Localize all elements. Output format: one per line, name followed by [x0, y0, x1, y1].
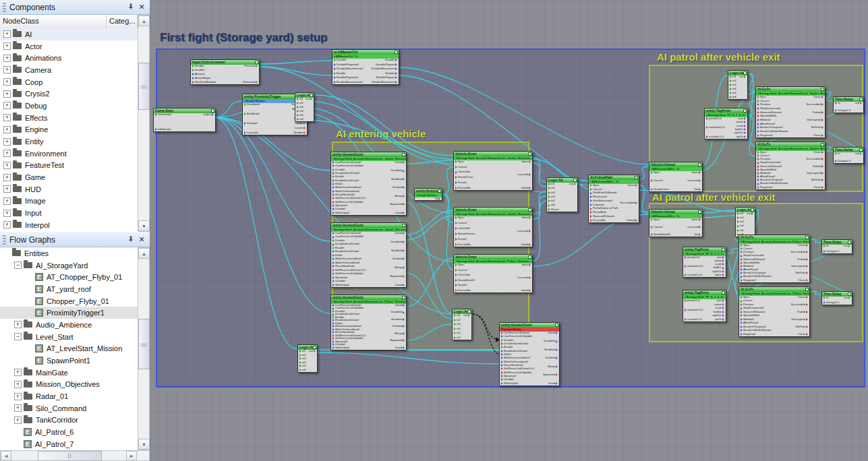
expand-plus-icon[interactable]: +: [3, 30, 11, 38]
output-port-arrow[interactable]: [212, 113, 214, 116]
input-port-arrow[interactable]: [757, 130, 759, 133]
output-port-arrow[interactable]: [722, 274, 724, 276]
input-port-arrow[interactable]: [757, 119, 759, 121]
output-port-arrow[interactable]: [722, 270, 724, 273]
expand-plus-icon[interactable]: +: [3, 210, 11, 217]
output-port-arrow[interactable]: [395, 76, 397, 79]
node-collapse-icon[interactable]: [848, 241, 851, 244]
input-port-arrow[interactable]: [651, 179, 653, 182]
node-grunt-hummer-1[interactable]: entity:HumanGrunt<StorageYard_Assault.Hu…: [330, 295, 407, 350]
output-port-arrow[interactable]: [821, 134, 823, 137]
output-port-arrow[interactable]: [635, 219, 637, 222]
input-port-arrow[interactable]: [685, 265, 687, 268]
input-port-arrow[interactable]: [590, 184, 592, 187]
output-port-arrow[interactable]: [806, 303, 808, 306]
input-port-arrow[interactable]: [730, 84, 732, 86]
input-port-arrow[interactable]: [757, 103, 759, 106]
input-port-arrow[interactable]: [741, 303, 743, 306]
node-logic-any-1[interactable]: Logic:Anyin1in2in3in4in5in6out: [295, 92, 314, 122]
input-port-arrow[interactable]: [332, 257, 335, 260]
expand-plus-icon[interactable]: +: [3, 174, 11, 181]
output-port-arrow[interactable]: [438, 197, 440, 200]
input-port-arrow[interactable]: [192, 69, 194, 71]
input-port-arrow[interactable]: [548, 187, 550, 189]
input-port-arrow[interactable]: [823, 301, 826, 304]
input-port-arrow[interactable]: [741, 318, 743, 321]
node-collapse-icon[interactable]: [313, 346, 316, 349]
input-port-arrow[interactable]: [332, 232, 335, 235]
input-port-arrow[interactable]: [297, 118, 299, 121]
input-port-arrow[interactable]: [332, 346, 335, 349]
expand-plus-icon[interactable]: +: [3, 42, 11, 50]
scroll-down-arrow-icon[interactable]: ▼: [138, 439, 150, 450]
output-port-arrow[interactable]: [403, 170, 405, 173]
input-port-arrow[interactable]: [299, 357, 301, 360]
node-title-bar[interactable]: Vehicle:Unload: [649, 210, 702, 214]
node-collapse-icon[interactable]: [722, 291, 725, 295]
tree-item-mission_objectives[interactable]: +Mission_Objectives: [0, 379, 138, 391]
input-port-arrow[interactable]: [455, 274, 457, 276]
node-title-bar[interactable]: entity:TagPoint: [683, 247, 726, 252]
input-port-arrow[interactable]: [455, 187, 457, 189]
output-port-arrow[interactable]: [806, 311, 808, 313]
tree-item-game[interactable]: +Game: [0, 171, 138, 183]
input-port-arrow[interactable]: [757, 115, 759, 117]
output-port-arrow[interactable]: [744, 135, 746, 138]
input-port-arrow[interactable]: [651, 188, 653, 191]
comment-title-0[interactable]: First fight (Storage yard) setup: [160, 31, 327, 44]
output-port-arrow[interactable]: [303, 127, 306, 129]
input-port-arrow[interactable]: [454, 332, 456, 334]
input-port-arrow[interactable]: [590, 219, 592, 222]
output-port-arrow[interactable]: [722, 303, 724, 306]
input-port-arrow[interactable]: [244, 122, 246, 125]
output-port-arrow[interactable]: [806, 279, 808, 282]
input-port-arrow[interactable]: [501, 332, 503, 334]
node-collapse-icon[interactable]: [310, 94, 313, 97]
node-collapse-icon[interactable]: [528, 208, 531, 212]
tree-item-input[interactable]: +Input: [0, 207, 138, 219]
output-port-arrow[interactable]: [403, 203, 405, 206]
input-port-arrow[interactable]: [741, 314, 743, 317]
input-port-arrow[interactable]: [590, 188, 592, 191]
output-port-arrow[interactable]: [821, 119, 823, 121]
output-port-arrow[interactable]: [635, 184, 637, 187]
output-port-arrow[interactable]: [806, 258, 808, 261]
tree-item-level_start[interactable]: −Level_Start: [0, 331, 138, 343]
node-grunt-receiver-1[interactable]: entity:HumanGrunt<StorageYard_Assault.Hu…: [330, 152, 407, 216]
input-port-arrow[interactable]: [332, 208, 335, 210]
output-port-arrow[interactable]: [314, 350, 316, 352]
output-port-arrow[interactable]: [403, 275, 405, 278]
output-port-arrow[interactable]: [821, 179, 823, 181]
node-title-bar[interactable]: entity:EntityId: [415, 189, 442, 193]
input-port-arrow[interactable]: [685, 318, 687, 321]
tree-item-entity[interactable]: +Entity: [0, 135, 138, 148]
output-port-arrow[interactable]: [529, 243, 531, 246]
input-port-arrow[interactable]: [334, 76, 336, 79]
expand-plus-icon[interactable]: +: [14, 417, 22, 424]
node-title-bar[interactable]: AI:GoTo: [739, 287, 809, 292]
input-port-arrow[interactable]: [590, 204, 592, 206]
input-port-arrow[interactable]: [332, 250, 335, 253]
input-port-arrow[interactable]: [835, 109, 837, 112]
tree-item-audio_ambience[interactable]: +Audio_Ambience: [0, 319, 138, 331]
input-port-arrow[interactable]: [548, 208, 550, 211]
tree-item-at_levelstart_mission[interactable]: EAT_LevelStart_Mission: [0, 343, 138, 355]
tree-item-crysis2[interactable]: +Crysis2: [0, 88, 138, 100]
output-port-arrow[interactable]: [821, 96, 823, 98]
tree-item-effects[interactable]: +Effects: [0, 112, 138, 124]
node-vehicle-unload-1[interactable]: Vehicle:Unload<AIHummerADrv_1>SyncCancel…: [649, 162, 703, 192]
tree-item-proximitytrigger1[interactable]: EProximityTrigger1: [0, 307, 138, 319]
input-port-arrow[interactable]: [332, 204, 335, 207]
output-port-arrow[interactable]: [722, 311, 724, 313]
input-port-arrow[interactable]: [454, 328, 456, 330]
input-port-arrow[interactable]: [757, 96, 759, 98]
output-port-arrow[interactable]: [403, 339, 405, 342]
expand-plus-icon[interactable]: +: [14, 404, 22, 412]
panel-grip[interactable]: [3, 3, 6, 12]
output-port-arrow[interactable]: [722, 307, 724, 309]
output-port-arrow[interactable]: [821, 172, 823, 175]
output-port-arrow[interactable]: [744, 125, 746, 127]
input-port-arrow[interactable]: [334, 81, 336, 84]
output-port-arrow[interactable]: [403, 284, 405, 286]
node-title-bar[interactable]: entity:HumanGrunt: [331, 152, 406, 157]
